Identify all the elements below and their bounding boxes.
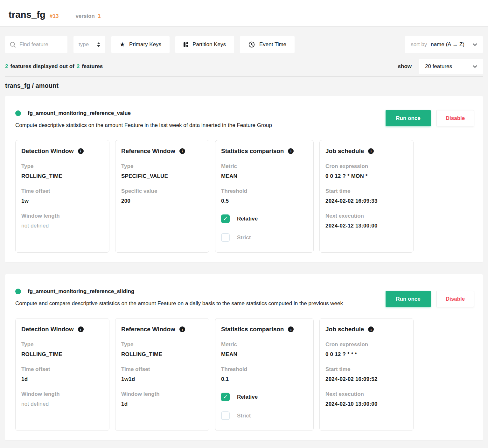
field-value: 1w1d (121, 376, 203, 382)
primary-keys-label: Primary Keys (129, 41, 161, 48)
reference-window-panel: Reference Window i TypeSPECIFIC_VALUE Sp… (115, 140, 209, 253)
sort-carets-icon (97, 42, 100, 47)
sort-by-label: sort by (411, 41, 427, 48)
feature-monitoring-card: fg_amount_monitoring_reference_value Com… (5, 96, 483, 262)
displayed-text: features displayed out of (10, 63, 74, 70)
strict-label: Strict (237, 234, 251, 241)
event-time-label: Event Time (259, 41, 286, 48)
relative-checkbox[interactable]: ✓ (221, 214, 230, 223)
chevron-down-icon (473, 43, 477, 46)
job-schedule-panel: Job schedule i Cron expression0 0 12 ? *… (319, 140, 414, 253)
run-once-button[interactable]: Run once (386, 110, 431, 126)
field-label: Metric (221, 341, 308, 348)
detection-window-panel: Detection Window i TypeROLLING_TIME Time… (15, 318, 109, 431)
field-value: ROLLING_TIME (21, 173, 103, 179)
panel-title: Job schedule (325, 148, 364, 155)
field-value: ROLLING_TIME (121, 351, 203, 358)
feature-group-id: #13 (50, 13, 59, 19)
info-icon[interactable]: i (368, 326, 374, 332)
status-dot (15, 289, 21, 294)
statistics-comparison-panel: Statistics comparison i MetricMEAN Thres… (215, 318, 314, 431)
field-label: Time offset (21, 188, 103, 194)
page-title: trans_fg (9, 10, 45, 20)
star-icon: ★ (120, 41, 125, 47)
info-icon[interactable]: i (179, 148, 185, 154)
monitoring-description: Compute descriptive statistics on the am… (15, 121, 381, 130)
version-label: version (75, 13, 94, 19)
detection-window-panel: Detection Window i TypeROLLING_TIME Time… (15, 140, 109, 253)
sort-by-select[interactable]: sort by name (A → Z) (405, 36, 483, 53)
partition-keys-label: Partition Keys (192, 41, 226, 48)
breadcrumb: trans_fg / amount (5, 82, 483, 89)
monitoring-config-name: fg_amount_monitoring_reference_sliding (28, 288, 134, 295)
event-time-button[interactable]: Event Time (240, 36, 295, 53)
chevron-down-icon (473, 65, 477, 68)
relative-label: Relative (237, 216, 258, 222)
field-value: 2024-02-10 13:00:00 (325, 401, 408, 407)
panel-title: Reference Window (121, 148, 175, 155)
version-value: 1 (98, 13, 101, 19)
field-value: 1d (21, 376, 103, 382)
monitoring-config-name: fg_amount_monitoring_reference_value (28, 110, 131, 116)
info-icon[interactable]: i (78, 326, 84, 332)
field-value: 0 0 12 ? * * * (325, 351, 408, 358)
run-once-button[interactable]: Run once (386, 291, 431, 307)
info-icon[interactable]: i (78, 148, 84, 154)
info-icon[interactable]: i (288, 326, 294, 332)
displayed-count: 2 (5, 63, 8, 70)
primary-keys-button[interactable]: ★ Primary Keys (111, 36, 170, 53)
total-count: 2 (77, 63, 80, 70)
field-value: 200 (121, 198, 203, 204)
field-value: not defined (21, 223, 103, 229)
search-icon (10, 41, 16, 48)
field-label: Window length (21, 391, 103, 397)
field-label: Cron expression (325, 163, 408, 170)
statistics-comparison-panel: Statistics comparison i MetricMEAN Thres… (215, 140, 314, 253)
partition-keys-button[interactable]: Partition Keys (175, 36, 234, 53)
sort-by-value: name (A → Z) (431, 41, 464, 48)
panel-title: Job schedule (325, 326, 364, 333)
field-label: Window length (21, 213, 103, 219)
field-label: Cron expression (325, 341, 408, 348)
info-icon[interactable]: i (288, 148, 294, 154)
status-dot (15, 110, 21, 116)
disable-button[interactable]: Disable (436, 291, 474, 307)
search-box[interactable] (5, 36, 67, 53)
strict-checkbox[interactable] (221, 411, 230, 420)
field-value: 2024-02-02 16:09:52 (325, 376, 408, 382)
panel-title: Statistics comparison (221, 326, 284, 333)
page-size-value: 20 features (425, 63, 452, 70)
page-size-select[interactable]: 20 features (419, 59, 483, 74)
panel-title: Reference Window (121, 326, 175, 333)
type-filter-select[interactable]: type (73, 36, 105, 53)
toolbar: type ★ Primary Keys Partition Keys Event… (5, 36, 483, 53)
field-value: 0.1 (221, 376, 308, 382)
search-input[interactable] (19, 41, 63, 48)
field-label: Next execution (325, 213, 408, 219)
field-label: Specific value (121, 188, 203, 194)
field-value: 2024-02-12 13:00:00 (325, 223, 408, 229)
relative-checkbox[interactable]: ✓ (221, 393, 230, 401)
field-label: Threshold (221, 366, 308, 373)
type-filter-label: type (79, 41, 89, 48)
clock-icon (248, 41, 255, 48)
monitoring-description: Compute and compare descriptive statisti… (15, 299, 381, 308)
strict-checkbox[interactable] (221, 233, 230, 242)
field-value: 1w (21, 198, 103, 204)
info-icon[interactable]: i (179, 326, 185, 332)
field-value: 0 0 12 ? * MON * (325, 173, 408, 179)
disable-button[interactable]: Disable (436, 110, 474, 126)
field-value: 0.5 (221, 198, 308, 204)
field-label: Time offset (121, 366, 203, 373)
partition-icon (184, 42, 188, 47)
reference-window-panel: Reference Window i TypeROLLING_TIME Time… (115, 318, 209, 431)
feature-monitoring-card: fg_amount_monitoring_reference_sliding C… (5, 274, 483, 440)
strict-label: Strict (237, 413, 251, 419)
field-value: MEAN (221, 351, 308, 358)
field-label: Type (21, 163, 103, 170)
info-icon[interactable]: i (368, 148, 374, 154)
field-label: Metric (221, 163, 308, 170)
total-text: features (82, 63, 103, 70)
field-label: Type (121, 341, 203, 348)
field-label: Start time (325, 188, 408, 194)
